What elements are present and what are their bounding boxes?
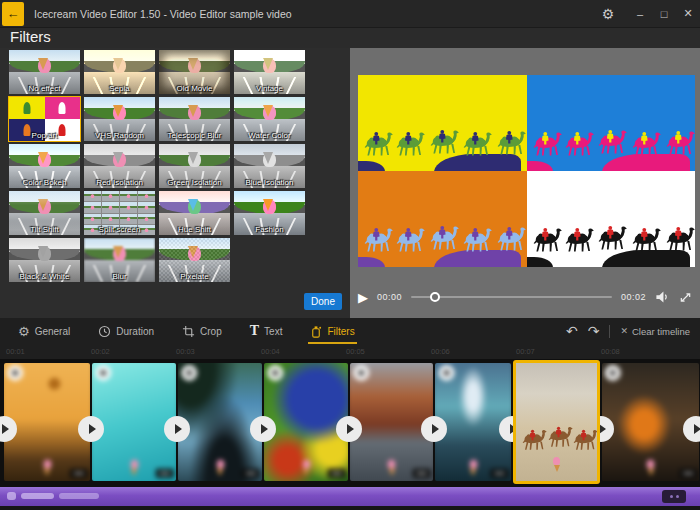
timeline-clip-beach-palm[interactable] [178,363,262,481]
transition-button[interactable] [78,416,104,442]
timeline-clip-parrot[interactable] [264,363,348,481]
video-frame [358,75,695,267]
tab-duration[interactable]: Duration [96,318,156,344]
audio-label-blur [21,493,54,499]
icecream-watermark-icon [302,460,311,476]
timeline-clip-camel-caravan[interactable] [513,360,600,484]
audio-volume-badge[interactable] [662,490,686,503]
popart-quad-2 [527,75,696,171]
timeline-clip-teal-gradient[interactable] [92,363,176,481]
toolbar-right: ↶ ↷ ✕ Clear timeline [566,324,700,338]
camel-figure [660,129,695,156]
done-button[interactable]: Done [304,293,342,310]
undo-icon[interactable]: ↶ [566,324,578,338]
title-bar: ← Icecream Video Editor 1.50 - Video Edi… [0,0,700,28]
filter-thumb-blue-isolation[interactable]: Blue Isolation [234,144,305,188]
filter-thumb-vintage[interactable]: Vintage [234,50,305,94]
clip-thumbnail [350,363,433,481]
filter-thumb-sepia[interactable]: Sepia [84,50,155,94]
timeline-clip-desert-road[interactable] [350,363,433,481]
filter-preview-art [84,97,155,141]
filter-preview-art [159,238,230,282]
filter-thumb-split-screen[interactable]: Split screen [84,191,155,235]
settings-gear-icon[interactable]: ⚙ [596,0,620,28]
filter-thumb-blur[interactable]: Blur [84,238,155,282]
ruler-label: 00:07 [516,347,535,356]
icecream-watermark-icon [646,460,655,476]
filters-panel: No effectSepiaOld MovieVintagePop artVHS… [0,48,350,318]
clip-duration-badge [490,468,508,478]
filter-thumb-fashion[interactable]: Fashion [234,191,305,235]
window-title: Icecream Video Editor 1.50 - Video Edito… [34,8,292,20]
tab-label: Filters [327,326,354,337]
current-time: 00:00 [377,292,402,302]
filter-thumb-color-bokeh[interactable]: Color Bokeh [9,144,80,188]
toolbar-divider [609,325,610,338]
ruler-label: 00:06 [431,347,450,356]
filter-thumb-old-movie[interactable]: Old Movie [159,50,230,94]
ruler-label: 00:04 [261,347,280,356]
clear-timeline-button[interactable]: ✕ Clear timeline [620,326,690,337]
ruler-label: 00:08 [601,347,620,356]
play-button[interactable]: ▶ [358,291,368,304]
audio-track[interactable] [0,487,700,506]
back-button[interactable]: ← [2,2,24,26]
transition-button[interactable] [336,416,362,442]
clip-thumbnail [4,363,90,481]
seek-bar[interactable] [411,296,612,298]
tab-label: General [35,326,71,337]
volume-icon[interactable] [655,290,670,304]
filter-thumb-water-color[interactable]: Water Color [234,97,305,141]
filter-preview-art [84,144,155,188]
ruler-label: 00:02 [91,347,110,356]
filter-thumb-black-white[interactable]: Black & White [9,238,80,282]
filter-thumb-no-effect[interactable]: No effect [9,50,80,94]
filter-thumb-hue-shift[interactable]: Hue Shift [159,191,230,235]
bottom-strip [0,506,700,510]
tab-general[interactable]: ⚙General [16,318,72,344]
timeline-clip-balloon-desert[interactable] [4,363,90,481]
filter-thumb-red-isolation[interactable]: Red Isolation [84,144,155,188]
filter-preview-art [84,50,155,94]
text-icon: T [250,323,259,339]
tab-filters[interactable]: Filters [308,318,356,344]
filter-thumb-pixelate[interactable]: Pixelate [159,238,230,282]
app-window: ← Icecream Video Editor 1.50 - Video Edi… [0,0,700,510]
fullscreen-icon[interactable] [679,291,692,304]
window-controls: ⚙ – □ ✕ [596,0,700,28]
minimize-button[interactable]: – [628,0,652,28]
clip-duration-badge [156,468,174,478]
clip-thumbnail [264,363,348,481]
redo-icon[interactable]: ↷ [588,324,600,338]
tab-label: Duration [116,326,154,337]
filter-thumb-pop-art[interactable]: Pop art [9,97,80,141]
transition-button[interactable] [250,416,276,442]
preview-panel: ▶ 00:00 00:02 [350,48,700,318]
filter-grid: No effectSepiaOld MovieVintagePop artVHS… [9,50,305,282]
seek-knob[interactable] [430,292,440,302]
filter-thumb-tilt-shift[interactable]: Tilt Shift [9,191,80,235]
duration-icon [98,325,111,338]
general-icon: ⚙ [18,324,30,339]
filter-thumb-vhs-random[interactable]: VHS Random [84,97,155,141]
maximize-button[interactable]: □ [652,0,676,28]
filter-thumb-telescopic-blur[interactable]: Telescopic Blur [159,97,230,141]
clear-timeline-label: Clear timeline [632,326,690,337]
clip-duration-badge [328,468,346,478]
clip-thumbnail [92,363,176,481]
clear-x-icon: ✕ [620,326,628,336]
transition-button[interactable] [421,416,447,442]
filter-preview-art [159,144,230,188]
clip-effect-icon [605,365,621,381]
transition-button[interactable] [164,416,190,442]
toolbar-tabs: ⚙GeneralDurationCropTTextFilters [16,318,357,344]
close-button[interactable]: ✕ [676,0,700,28]
filter-thumb-green-isolation[interactable]: Green Isolation [159,144,230,188]
crop-icon [182,325,195,338]
tab-text[interactable]: TText [248,318,285,344]
filter-preview-art [234,50,305,94]
tab-label: Crop [200,326,222,337]
icecream-watermark-icon [469,460,478,476]
filter-preview-art [84,191,155,235]
tab-crop[interactable]: Crop [180,318,224,344]
